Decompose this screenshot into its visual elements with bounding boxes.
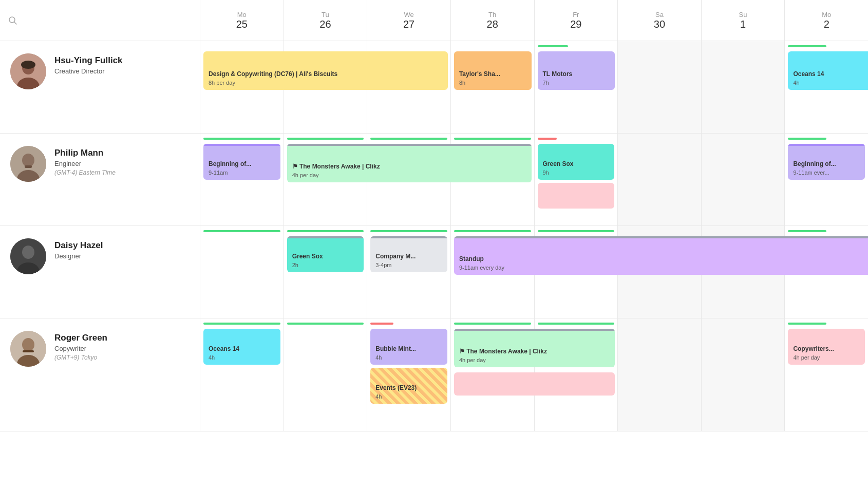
avatar-daisy [10, 238, 46, 274]
person-tz-philip: (GMT-4) Eastern Time [54, 169, 116, 176]
person-name-philip: Philip Mann [54, 148, 116, 158]
day-col-hsu-sa30 [618, 41, 702, 133]
header-day-fr29[interactable]: Fr29 [535, 0, 618, 41]
calendar-container: Mo25Tu26We27Th28Fr29Sa30Su1Mo2 Hsu-Ying … [0, 0, 868, 489]
event-company-m[interactable]: Company M... 3-4pm [370, 236, 447, 272]
event-beginning-of2[interactable]: Beginning of... 9-11am ever... [788, 144, 865, 180]
header-day-mo2[interactable]: Mo2 [785, 0, 868, 41]
person-info-daisy: Daisy Hazel Designer [54, 238, 103, 260]
person-info-philip: Philip Mann Engineer (GMT-4) Eastern Tim… [54, 146, 116, 176]
event-subtitle: 9h [543, 170, 610, 176]
event-subtitle: 4h per day [459, 357, 610, 363]
event-title: Company M... [375, 253, 442, 261]
day-col-hsu-su1 [702, 41, 785, 133]
event-title: TL Motors [543, 70, 610, 79]
header-person-col [0, 0, 200, 41]
event-title: Events (EV23) [375, 384, 442, 392]
header-day-su1[interactable]: Su1 [702, 0, 785, 41]
event-green-sox-daisy[interactable]: Green Sox 2h [287, 236, 364, 272]
svg-point-14 [22, 338, 34, 351]
event-subtitle: 4h [793, 80, 868, 86]
day-col-roger-we27: Bubble Mint... 4h Events (EV23) 4h [367, 318, 451, 431]
event-title: Bubble Mint... [375, 345, 442, 353]
day-col-daisy-mo25 [200, 226, 284, 318]
event-subtitle: 4h [209, 354, 275, 361]
person-role-roger: Copywriter [54, 345, 107, 352]
day-col-roger-su1 [702, 318, 785, 431]
event-title: Green Sox [543, 160, 610, 168]
event-subtitle: 4h [375, 354, 442, 361]
header-day-th28[interactable]: Th28 [451, 0, 535, 41]
event-subtitle: 4h per day [292, 172, 526, 178]
person-role-daisy: Designer [54, 252, 103, 260]
event-bubble-mint[interactable]: Bubble Mint... 4h [370, 329, 447, 365]
header-days: Mo25Tu26We27Th28Fr29Sa30Su1Mo2 [200, 0, 868, 41]
event-copywriters[interactable]: Copywriters... 4h per day [788, 329, 865, 365]
avatar-roger [10, 331, 46, 367]
person-info-hsu: Hsu-Ying Fullick Creative Director [54, 53, 123, 75]
spanning-event[interactable]: Taylor's Sha...8h [454, 51, 532, 90]
person-col-hsu: Hsu-Ying Fullick Creative Director [0, 41, 200, 133]
event-oceans14-roger[interactable]: Oceans 14 4h [203, 329, 280, 365]
svg-point-11 [22, 246, 34, 259]
event-subtitle: 8h [459, 80, 526, 86]
event-subtitle: 4h [375, 393, 442, 400]
day-col-philip-su1 [702, 134, 785, 225]
svg-point-7 [22, 154, 34, 167]
event-green-sox-philip[interactable]: Green Sox 9h [538, 144, 615, 180]
avatar-philip [10, 146, 46, 182]
event-title: ⚑ The Monsters Awake | Clikz [292, 163, 526, 171]
roger-pink-event [454, 372, 615, 396]
spanning-event[interactable]: ⚑ The Monsters Awake | Clikz4h per day [454, 329, 615, 367]
header-day-tu26[interactable]: Tu26 [284, 0, 368, 41]
header-day-we27[interactable]: We27 [367, 0, 451, 41]
person-name-hsu: Hsu-Ying Fullick [54, 55, 123, 66]
svg-line-1 [14, 22, 17, 24]
event-subtitle: 3-4pm [375, 262, 442, 268]
spanning-event[interactable]: ⚑ The Monsters Awake | Clikz4h per day [287, 144, 532, 182]
event-beginning-of[interactable]: Beginning of... 9-11am [203, 144, 280, 180]
spanning-event[interactable]: TL Motors7h [538, 51, 615, 90]
event-title: Copywriters... [793, 345, 860, 353]
header-day-mo25[interactable]: Mo25 [200, 0, 284, 41]
event-title: Design & Copywriting (DC76) | Ali's Bisc… [209, 70, 443, 79]
person-col-daisy: Daisy Hazel Designer [0, 226, 200, 318]
event-subtitle: 7h [543, 80, 610, 86]
event-pink-philip[interactable] [538, 183, 615, 209]
day-col-daisy-we27: Company M... 3-4pm [367, 226, 451, 318]
day-col-roger-tu26 [284, 318, 368, 431]
person-row-roger: Roger Green Copywriter (GMT+9) Tokyo Oce… [0, 318, 868, 431]
svg-rect-16 [23, 350, 34, 352]
search-icon[interactable] [8, 16, 17, 25]
spanning-event[interactable]: Oceans 144h [788, 51, 868, 90]
event-title: Oceans 14 [209, 345, 275, 353]
day-col-philip-mo2: Beginning of... 9-11am ever... [785, 134, 868, 225]
spanning-event[interactable]: Design & Copywriting (DC76) | Ali's Bisc… [203, 51, 448, 90]
day-col-roger-mo2: Copywriters... 4h per day [785, 318, 868, 431]
event-title: Taylor's Sha... [459, 70, 526, 79]
event-subtitle: 9-11am [209, 170, 275, 176]
day-col-philip-mo25: Beginning of... 9-11am [200, 134, 284, 225]
svg-rect-9 [25, 165, 32, 168]
avatar-hsu [10, 53, 46, 89]
spanning-event[interactable]: Standup9-11am every day [454, 236, 868, 275]
day-col-daisy-tu26: Green Sox 2h [284, 226, 368, 318]
event-title: Beginning of... [209, 160, 275, 168]
event-events-ev23-1[interactable]: Events (EV23) 4h [370, 368, 447, 404]
event-title: Oceans 14 [793, 70, 868, 79]
person-col-philip: Philip Mann Engineer (GMT-4) Eastern Tim… [0, 134, 200, 225]
svg-point-5 [21, 61, 35, 69]
person-name-roger: Roger Green [54, 333, 107, 343]
day-col-roger-mo25: Oceans 14 4h [200, 318, 284, 431]
header-row: Mo25Tu26We27Th28Fr29Sa30Su1Mo2 [0, 0, 868, 41]
event-subtitle: 9-11am ever... [793, 170, 860, 176]
event-subtitle: 4h per day [793, 354, 860, 361]
person-info-roger: Roger Green Copywriter (GMT+9) Tokyo [54, 331, 107, 361]
event-subtitle: 9-11am every day [459, 265, 868, 271]
event-subtitle: 8h per day [209, 80, 443, 86]
day-col-roger-sa30 [618, 318, 702, 431]
person-tz-roger: (GMT+9) Tokyo [54, 354, 107, 361]
day-col-philip-sa30 [618, 134, 702, 225]
event-title: Standup [459, 255, 868, 264]
header-day-sa30[interactable]: Sa30 [618, 0, 702, 41]
